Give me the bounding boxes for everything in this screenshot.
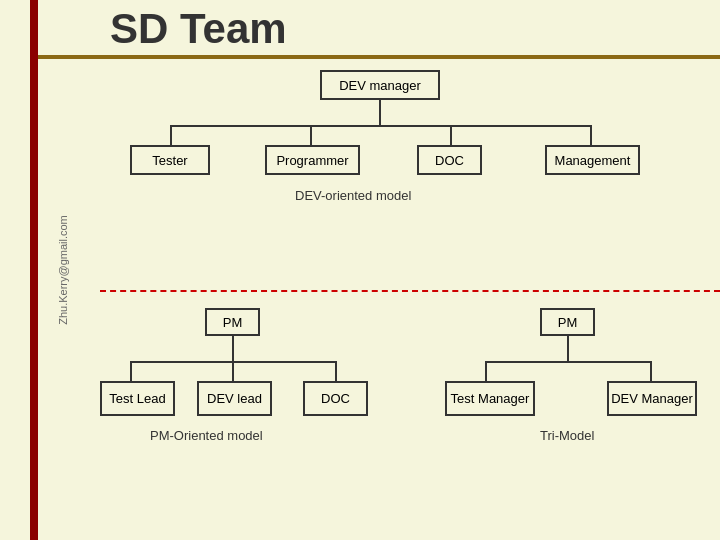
doc-bottom-left-box: DOC bbox=[303, 381, 368, 416]
doc-label-top: DOC bbox=[435, 153, 464, 168]
v-doc-bottom bbox=[335, 361, 337, 381]
v-management bbox=[590, 125, 592, 145]
pm-right-h bbox=[485, 361, 650, 363]
tester-label: Tester bbox=[152, 153, 187, 168]
test-lead-label: Test Lead bbox=[109, 391, 165, 406]
dev-manager-bottom-label: DEV Manager bbox=[611, 391, 693, 406]
accent-bar bbox=[30, 0, 38, 540]
tester-box: Tester bbox=[130, 145, 210, 175]
v-doc bbox=[450, 125, 452, 145]
v-dev-manager bbox=[650, 361, 652, 381]
pm-left-label: PM bbox=[223, 315, 243, 330]
v-tester bbox=[170, 125, 172, 145]
v-test-lead bbox=[130, 361, 132, 381]
dev-lead-box: DEV lead bbox=[197, 381, 272, 416]
test-manager-box: Test Manager bbox=[445, 381, 535, 416]
pm-left-box: PM bbox=[205, 308, 260, 336]
mgr-v-line bbox=[379, 100, 381, 125]
dev-manager-box: DEV manager bbox=[320, 70, 440, 100]
dashed-divider bbox=[100, 290, 720, 292]
test-manager-label: Test Manager bbox=[451, 391, 530, 406]
test-lead-box: Test Lead bbox=[100, 381, 175, 416]
programmer-label: Programmer bbox=[276, 153, 348, 168]
tri-model-caption: Tri-Model bbox=[540, 428, 594, 443]
dev-manager-bottom-box: DEV Manager bbox=[607, 381, 697, 416]
page-title: SD Team bbox=[110, 5, 287, 53]
dev-lead-label: DEV lead bbox=[207, 391, 262, 406]
mgr-h-line bbox=[170, 125, 590, 127]
v-test-manager bbox=[485, 361, 487, 381]
management-label: Management bbox=[555, 153, 631, 168]
pm-right-box: PM bbox=[540, 308, 595, 336]
v-dev-lead bbox=[232, 361, 234, 381]
v-programmer bbox=[310, 125, 312, 145]
programmer-box: Programmer bbox=[265, 145, 360, 175]
doc-box-top: DOC bbox=[417, 145, 482, 175]
management-box: Management bbox=[545, 145, 640, 175]
doc-bottom-left-label: DOC bbox=[321, 391, 350, 406]
main-content: SD Team DEV manager Tester Programmer DO… bbox=[50, 0, 720, 540]
pm-oriented-caption: PM-Oriented model bbox=[150, 428, 263, 443]
pm-right-label: PM bbox=[558, 315, 578, 330]
pm-left-v bbox=[232, 336, 234, 361]
pm-right-v bbox=[567, 336, 569, 361]
dev-manager-label: DEV manager bbox=[339, 78, 421, 93]
dev-oriented-label: DEV-oriented model bbox=[295, 188, 411, 203]
